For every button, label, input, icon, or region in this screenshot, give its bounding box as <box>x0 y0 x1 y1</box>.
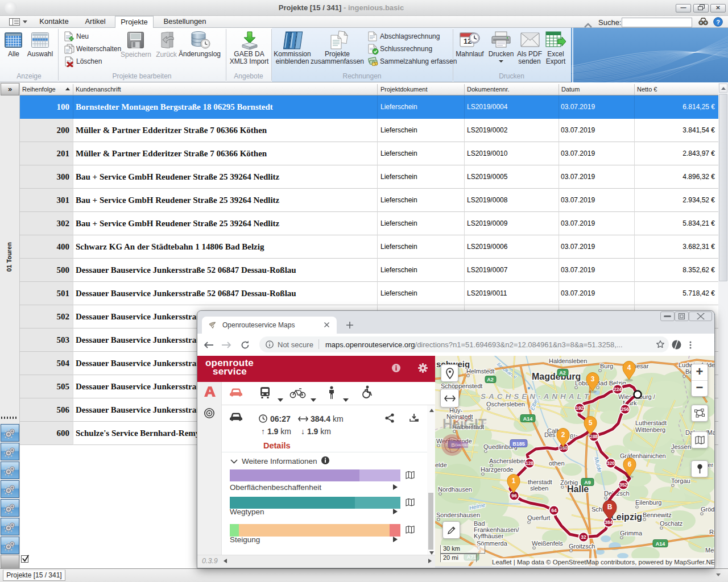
svg-text:Sondershausen: Sondershausen <box>436 512 480 518</box>
svg-text:32: 32 <box>581 534 586 540</box>
svg-text:Torgau: Torgau <box>671 477 690 484</box>
svg-text:HeiGIT: HeiGIT <box>442 416 487 431</box>
svg-text:Weißenfels: Weißenfels <box>532 540 563 547</box>
svg-text:5: 5 <box>589 419 593 427</box>
svg-text:elde: elde <box>435 462 447 468</box>
svg-text:352: 352 <box>619 482 627 488</box>
svg-text:Groitzsch: Groitzsch <box>569 543 595 550</box>
svg-text:Ries: Ries <box>709 529 714 535</box>
svg-text:HEIDELBERG: HEIDELBERG <box>457 443 479 447</box>
svg-text:Gröditz: Gröditz <box>701 506 714 513</box>
svg-text:Harzgerode: Harzgerode <box>481 466 513 473</box>
svg-text:Burg: Burg <box>600 363 613 369</box>
svg-text:Jessen: Jessen <box>671 443 691 450</box>
svg-text:Bennewitz: Bennewitz <box>643 512 672 518</box>
svg-text:?: ? <box>716 19 720 26</box>
svg-text:A14: A14 <box>523 416 533 422</box>
svg-text:64: 64 <box>551 508 557 513</box>
svg-text:256: 256 <box>621 406 629 412</box>
svg-text:A2: A2 <box>559 370 566 376</box>
svg-text:Lutherstadt: Lutherstadt <box>635 419 667 426</box>
svg-text:Aschersleben: Aschersleben <box>489 458 527 464</box>
svg-text:Meißen: Meißen <box>705 547 714 554</box>
svg-text:othen: othen <box>549 460 565 467</box>
svg-text:B: B <box>607 503 613 511</box>
svg-text:320: 320 <box>607 460 615 466</box>
svg-text:Nordhausen: Nordhausen <box>438 486 472 493</box>
svg-text:B185: B185 <box>512 441 525 447</box>
svg-text:2: 2 <box>561 431 565 439</box>
svg-text:Wittenberg: Wittenberg <box>635 426 665 433</box>
svg-text:Grimma: Grimma <box>620 530 643 537</box>
svg-text:Helmstedt: Helmstedt <box>466 368 495 375</box>
svg-text:Des: Des <box>544 431 556 438</box>
svg-text:SACHSEN-ANHALT: SACHSEN-ANHALT <box>481 392 592 401</box>
svg-text:Querfurt: Querfurt <box>527 514 550 521</box>
svg-text:192: 192 <box>576 405 584 411</box>
svg-text:Leipzig: Leipzig <box>611 512 642 522</box>
svg-text:128: 128 <box>526 460 533 466</box>
svg-text:A14: A14 <box>656 541 665 547</box>
svg-text:384: 384 <box>605 519 613 525</box>
svg-text:Magdeburg: Magdeburg <box>532 372 581 381</box>
svg-text:A9: A9 <box>584 480 591 485</box>
svg-text:3: 3 <box>591 375 595 383</box>
svg-text:Haldensleben: Haldensleben <box>549 357 587 364</box>
svg-text:sleben: sleben <box>530 485 548 492</box>
svg-text:6: 6 <box>628 460 632 468</box>
svg-text:Oschersleben: Oschersleben <box>486 401 525 408</box>
svg-text:Eilenburg: Eilenburg <box>635 499 661 506</box>
svg-text:224: 224 <box>614 386 622 392</box>
svg-text:A2: A2 <box>487 377 494 383</box>
svg-text:Oschatz: Oschatz <box>660 520 682 527</box>
svg-text:1: 1 <box>512 477 516 485</box>
svg-text:4: 4 <box>627 364 631 372</box>
svg-text:Kyffhäuser: Kyffhäuser <box>474 533 504 539</box>
